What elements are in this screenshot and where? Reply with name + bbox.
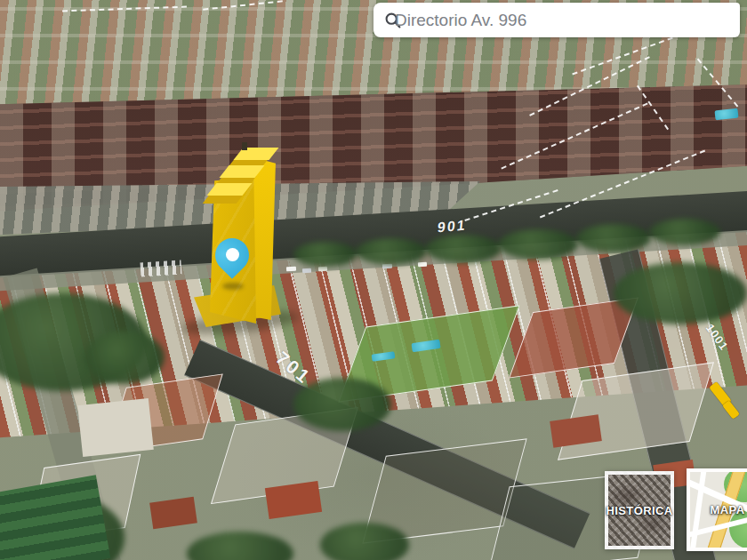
crosswalk bbox=[140, 260, 181, 276]
building-antenna bbox=[242, 142, 247, 150]
tree-row bbox=[576, 224, 651, 252]
tree-row bbox=[293, 242, 357, 267]
tree-row bbox=[498, 229, 578, 260]
map-3d-view[interactable]: 901 701 1001 bbox=[0, 0, 747, 560]
car bbox=[318, 267, 327, 272]
tree-cluster bbox=[320, 523, 409, 560]
highlighted-building[interactable] bbox=[190, 142, 283, 331]
search-bar[interactable] bbox=[374, 3, 740, 37]
search-input[interactable] bbox=[393, 10, 614, 31]
tree-row bbox=[649, 219, 720, 245]
tree-row bbox=[356, 238, 427, 265]
car bbox=[286, 267, 296, 272]
pin-shadow bbox=[222, 283, 244, 290]
tree-row bbox=[425, 235, 502, 263]
car bbox=[418, 262, 427, 268]
layer-button-label: HISTÓRICA bbox=[608, 475, 671, 546]
tree-cluster bbox=[614, 262, 747, 324]
layer-button-label: MAPA bbox=[690, 472, 747, 548]
car bbox=[302, 268, 311, 274]
pin-center-dot bbox=[226, 248, 239, 261]
layer-button-historica[interactable]: HISTÓRICA bbox=[605, 471, 674, 549]
building-step-top bbox=[234, 148, 279, 160]
tree-cluster bbox=[84, 331, 165, 384]
white-roof bbox=[77, 398, 154, 457]
tree-cluster bbox=[293, 378, 391, 431]
street-label-901: 901 bbox=[437, 217, 467, 236]
location-pin[interactable] bbox=[209, 238, 255, 293]
layer-button-mapa[interactable]: MAPA bbox=[687, 468, 747, 551]
